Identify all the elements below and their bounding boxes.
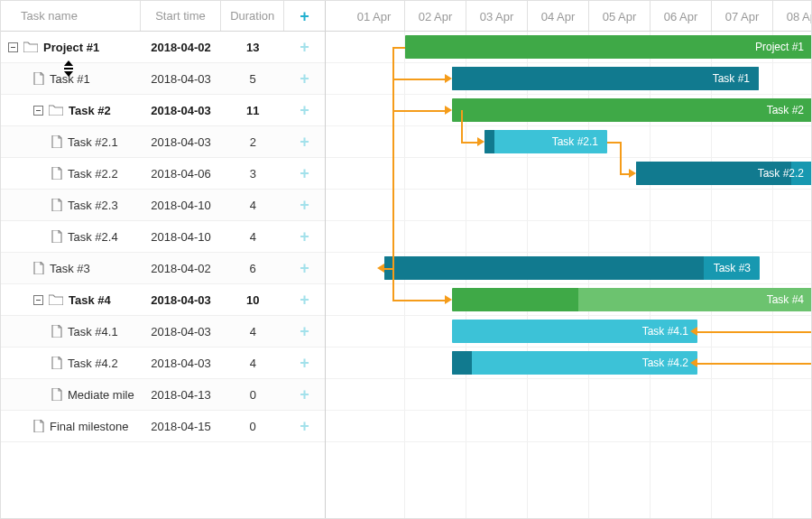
cell-name: Task #4.1: [1, 325, 141, 338]
cell-name: Task #2.3: [1, 199, 141, 212]
add-row-button[interactable]: +: [284, 228, 325, 245]
grid-row[interactable]: Task #2.32018-04-104+: [1, 190, 325, 221]
plus-icon: +: [300, 70, 309, 88]
cell-start: 2018-04-03: [141, 325, 222, 338]
col-header-duration[interactable]: Duration: [221, 1, 284, 31]
cell-duration: 3: [221, 167, 284, 181]
add-row-button[interactable]: +: [284, 70, 325, 87]
cell-start: 2018-04-03: [141, 104, 222, 117]
grid-row[interactable]: Task #42018-04-0310+: [1, 284, 325, 316]
task-name-label: Task #4.2: [68, 357, 118, 370]
folder-icon: [49, 294, 63, 305]
col-header-name[interactable]: Task name: [1, 1, 141, 31]
link-arrow-icon: [377, 264, 384, 273]
plus-icon: +: [300, 417, 309, 435]
cell-name: Final milestone: [1, 420, 141, 433]
task-name-label: Task #2.3: [68, 199, 118, 212]
task-bar[interactable]: Task #2.2: [636, 162, 811, 185]
task-name-label: Task #2.4: [68, 230, 118, 244]
link-arrow-icon: [690, 327, 697, 336]
add-row-button[interactable]: +: [284, 355, 325, 371]
file-icon: [51, 135, 62, 148]
add-row-button[interactable]: +: [284, 292, 325, 308]
grid-row[interactable]: Final milestone2018-04-150+: [1, 411, 325, 442]
bar-label: Task #1: [713, 72, 750, 85]
file-icon: [51, 230, 62, 243]
gantt-chart[interactable]: Project #1Task #1Task #2Task #2.1Task #2…: [326, 32, 811, 519]
add-row-button[interactable]: +: [284, 39, 325, 55]
dependency-link: [392, 300, 445, 301]
header-row: Task name Start time Duration + 01 Apr02…: [1, 1, 811, 32]
expand-toggle[interactable]: [8, 42, 18, 52]
cell-duration: 2: [221, 135, 284, 149]
add-row-button[interactable]: +: [284, 197, 325, 213]
task-bar[interactable]: Task #3: [384, 256, 760, 280]
add-row-button[interactable]: +: [284, 323, 325, 339]
link-arrow-icon: [629, 169, 636, 178]
plus-icon: +: [300, 133, 309, 151]
grid-row[interactable]: Task #2.22018-04-063+: [1, 158, 325, 190]
cell-start: 2018-04-02: [141, 262, 222, 275]
timeline-tick: 05 Apr: [589, 1, 651, 31]
timeline-tick: 08 Apr: [773, 1, 811, 31]
task-name-label: Task #4: [69, 293, 111, 307]
progress-fill: [484, 130, 494, 153]
file-icon: [51, 325, 62, 338]
task-name-label: Final milestone: [50, 420, 128, 433]
bar-label: Task #2.2: [758, 167, 804, 180]
progress-fill: [452, 351, 472, 375]
grid-row[interactable]: Task #2.42018-04-104+: [1, 221, 325, 253]
progress-fill: [384, 256, 704, 280]
cell-name: Task #2.4: [1, 230, 141, 244]
task-bar[interactable]: Task #1: [452, 67, 759, 90]
grid-row[interactable]: Project #12018-04-0213+: [1, 32, 325, 63]
add-row-button[interactable]: +: [284, 418, 325, 434]
file-icon: [51, 357, 62, 369]
grid-row-line: [326, 221, 811, 253]
timeline-tick: 04 Apr: [528, 1, 589, 31]
task-name-label: Project #1: [43, 41, 99, 54]
grid-row[interactable]: Task #2.12018-04-032+: [1, 126, 325, 158]
cell-name: Mediate mile: [1, 388, 141, 402]
link-arrow-icon: [690, 358, 697, 367]
plus-icon: +: [300, 227, 309, 246]
cell-start: 2018-04-06: [141, 167, 222, 181]
group-bar[interactable]: Task #4: [452, 288, 811, 311]
add-row-button[interactable]: +: [284, 260, 325, 276]
task-bar[interactable]: Task #4.2: [452, 351, 697, 375]
timeline-tick: 02 Apr: [405, 1, 466, 31]
grid-row[interactable]: Mediate mile2018-04-130+: [1, 379, 325, 411]
task-bar[interactable]: Task #4.1: [452, 320, 697, 343]
add-row-button[interactable]: +: [284, 134, 325, 150]
cell-name: Task #3: [1, 262, 141, 275]
grid-row[interactable]: Task #12018-04-035+: [1, 63, 325, 95]
cell-duration: 4: [221, 199, 284, 212]
timeline-tick: 06 Apr: [651, 1, 712, 31]
add-row-button[interactable]: +: [284, 102, 325, 118]
cell-name: Task #2.2: [1, 167, 141, 181]
col-header-add[interactable]: +: [284, 1, 325, 31]
expand-toggle[interactable]: [33, 295, 43, 305]
cell-start: 2018-04-15: [141, 420, 222, 433]
add-row-button[interactable]: +: [284, 386, 325, 403]
add-row-button[interactable]: +: [284, 165, 325, 181]
grid-row-line: [326, 190, 811, 221]
grid-row[interactable]: Task #22018-04-0311+: [1, 95, 325, 126]
task-bar[interactable]: Task #2.1: [484, 130, 607, 153]
cell-duration: 0: [221, 420, 284, 433]
plus-icon: +: [300, 259, 309, 277]
dependency-link: [392, 79, 445, 80]
group-bar[interactable]: Project #1: [405, 35, 811, 59]
col-header-start[interactable]: Start time: [141, 1, 222, 31]
grid-row[interactable]: Task #4.22018-04-034+: [1, 348, 325, 379]
cell-duration: 4: [221, 357, 284, 370]
grid-row-line: [326, 411, 811, 442]
expand-toggle[interactable]: [33, 106, 43, 116]
folder-icon: [23, 42, 38, 52]
timeline-tick: 01 Apr: [344, 1, 405, 31]
grid-row[interactable]: Task #32018-04-026+: [1, 253, 325, 284]
grid-row[interactable]: Task #4.12018-04-034+: [1, 316, 325, 348]
file-icon: [51, 388, 62, 401]
group-bar[interactable]: Task #2: [452, 98, 811, 122]
dependency-link: [392, 110, 445, 112]
